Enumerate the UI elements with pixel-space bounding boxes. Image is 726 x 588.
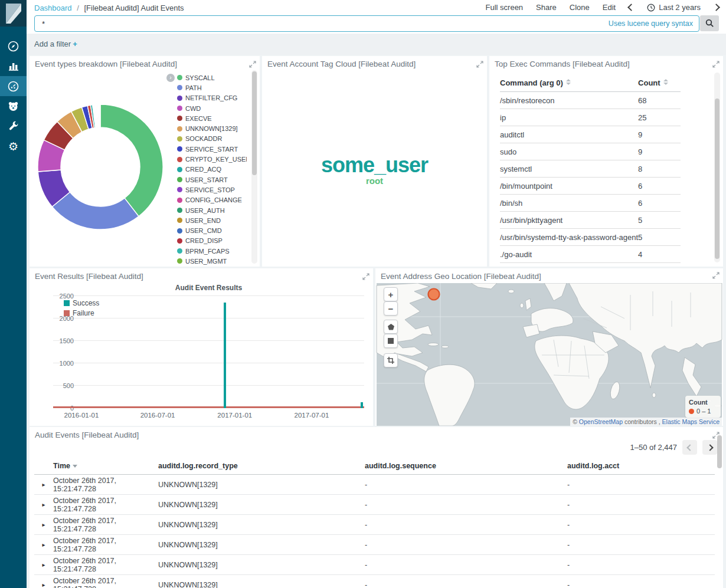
nav-link-clone[interactable]: Clone <box>570 3 590 12</box>
panel-title[interactable]: Top Exec Commands [Filebeat Auditd] <box>495 60 630 68</box>
expand-row-icon[interactable]: ▸ <box>34 582 53 588</box>
breadcrumb-dashboard-link[interactable]: Dashboard <box>34 4 72 12</box>
nav-link-edit[interactable]: Edit <box>603 3 616 12</box>
next-page-button[interactable] <box>702 440 717 455</box>
success-series-bar[interactable] <box>224 303 226 408</box>
legend-item-USER_END[interactable]: USER_END <box>177 215 247 225</box>
lucene-syntax-link[interactable]: Uses lucene query syntax <box>609 19 699 28</box>
legend-item-USER_CMD[interactable]: USER_CMD <box>177 225 247 235</box>
audit-event-results-chart[interactable]: 050010001500200025002016-01-012016-07-01… <box>53 296 364 408</box>
previous-page-button[interactable] <box>682 440 697 455</box>
legend-item-SERVICE_START[interactable]: SERVICE_START <box>177 144 247 154</box>
failure-series-line[interactable] <box>53 406 364 409</box>
exec-table-row[interactable]: /bin/sh6 <box>500 195 681 212</box>
audit-table-row[interactable]: ▸October 26th 2017, 15:21:47.728UNKNOWN[… <box>34 515 715 535</box>
chart-legend-item-Failure[interactable]: Failure <box>64 308 99 318</box>
legend-item-USER_MGMT[interactable]: USER_MGMT <box>177 256 247 265</box>
legend-item-UNKNOWN[1329][interactable]: UNKNOWN[1329] <box>177 123 247 133</box>
audit-table-row[interactable]: ▸October 26th 2017, 15:21:47.728UNKNOWN[… <box>34 555 715 575</box>
expand-row-icon[interactable]: ▸ <box>34 501 53 508</box>
geo-marker[interactable] <box>429 289 440 300</box>
column-header-sequence[interactable]: auditd.log.sequence <box>365 462 567 470</box>
map-zoom-out-button[interactable]: − <box>384 301 398 316</box>
column-header-count[interactable]: Count <box>638 75 681 92</box>
expand-row-icon[interactable]: ▸ <box>34 481 53 488</box>
exec-table-row[interactable]: sudo9 <box>500 143 681 160</box>
sidebar-item-management[interactable]: ⚙ <box>0 136 27 156</box>
exec-table-row[interactable]: /sbin/restorecon68 <box>500 92 681 109</box>
column-header-command[interactable]: Command (arg 0) <box>500 75 638 92</box>
sidebar-item-visualize[interactable] <box>0 56 27 76</box>
donut-slice-SYSCALL[interactable] <box>100 104 163 216</box>
legend-item-EXECVE[interactable]: EXECVE <box>177 113 247 123</box>
add-filter-button[interactable]: Add a filter+ <box>34 40 77 48</box>
map-draw-rectangle-button[interactable] <box>384 334 398 348</box>
legend-item-CWD[interactable]: CWD <box>177 103 247 113</box>
event-types-donut-chart[interactable] <box>34 101 166 233</box>
legend-item-CRED_DISP[interactable]: CRED_DISP <box>177 236 247 246</box>
audit-table-row[interactable]: ▸October 26th 2017, 15:21:47.728UNKNOWN[… <box>34 535 715 555</box>
legend-item-CONFIG_CHANGE[interactable]: CONFIG_CHANGE <box>177 195 247 205</box>
legend-toggle-icon[interactable]: › <box>166 74 175 82</box>
exec-table-row[interactable]: /usr/bin/systemd-tty-ask-password-agent5 <box>500 229 681 246</box>
legend-item-CRED_ACQ[interactable]: CRED_ACQ <box>177 165 247 175</box>
exec-table-row[interactable]: /usr/bin/pkttyagent5 <box>500 212 681 229</box>
expand-panel-icon[interactable] <box>249 61 256 68</box>
elastic-maps-service-link[interactable]: Elastic Maps Service <box>662 418 720 425</box>
legend-item-SOCKADDR[interactable]: SOCKADDR <box>177 134 247 144</box>
expand-panel-icon[interactable] <box>712 272 720 279</box>
expand-row-icon[interactable]: ▸ <box>34 541 53 548</box>
panel-title[interactable]: Audit Events [Filebeat Auditd] <box>35 431 139 439</box>
query-input[interactable] <box>35 19 609 28</box>
exec-table-row[interactable]: /bin/mountpoint6 <box>500 178 681 195</box>
legend-item-SERVICE_STOP[interactable]: SERVICE_STOP <box>177 185 247 195</box>
legend-item-NETFILTER_CFG[interactable]: NETFILTER_CFG <box>177 93 247 103</box>
panel-title[interactable]: Event Address Geo Location [Filebeat Aud… <box>381 272 541 281</box>
column-header-acct[interactable]: auditd.log.acct <box>567 462 715 470</box>
legend-item-SYSCALL[interactable]: SYSCALL <box>177 73 247 83</box>
time-picker[interactable]: Last 2 years <box>647 3 701 12</box>
sidebar-item-timelion[interactable] <box>0 96 27 116</box>
search-button[interactable] <box>700 15 719 31</box>
sidebar-item-dashboard[interactable] <box>0 76 27 96</box>
kibana-logo[interactable] <box>0 0 27 27</box>
legend-item-USER_AUTH[interactable]: USER_AUTH <box>177 205 247 215</box>
time-forward-icon[interactable] <box>712 4 720 11</box>
expand-panel-icon[interactable] <box>476 61 483 68</box>
audit-table-row[interactable]: ▸October 26th 2017, 15:21:47.728UNKNOWN[… <box>34 575 715 588</box>
sidebar-item-dev-tools[interactable] <box>0 116 27 136</box>
audit-table-row[interactable]: ▸October 26th 2017, 15:21:47.728UNKNOWN[… <box>34 495 715 515</box>
sidebar-item-discover[interactable] <box>0 36 27 56</box>
panel-title[interactable]: Event Account Tag Cloud [Filebeat Auditd… <box>267 60 416 68</box>
nav-link-share[interactable]: Share <box>536 3 557 12</box>
time-back-icon[interactable] <box>627 4 635 11</box>
exec-table-row[interactable]: auditctl9 <box>500 126 681 143</box>
openstreetmap-link[interactable]: OpenStreetMap <box>579 418 623 425</box>
tag-cloud-term[interactable]: some_user <box>262 153 487 178</box>
audit-table-row[interactable]: ▸October 26th 2017, 15:21:47.728UNKNOWN[… <box>34 475 715 495</box>
expand-row-icon[interactable]: ▸ <box>34 521 53 528</box>
legend-item-PATH[interactable]: PATH <box>177 83 247 93</box>
panel-title[interactable]: Event Results [Filebeat Auditd] <box>35 272 143 281</box>
exec-scrollbar-thumb[interactable] <box>715 98 720 259</box>
donut-slice-CRYPTO_SESSION[interactable] <box>100 104 100 127</box>
panel-title[interactable]: Event types breakdown [Filebeat Auditd] <box>35 60 177 68</box>
geo-map[interactable]: + − Count 0 – 1 © OpenStreetMap contribu… <box>375 283 723 426</box>
column-header-time[interactable]: Time <box>53 462 158 470</box>
tag-cloud-term[interactable]: root <box>262 176 487 186</box>
expand-panel-icon[interactable] <box>712 61 720 68</box>
exec-table-row[interactable]: ip25 <box>500 109 681 126</box>
chart-legend-item-Success[interactable]: Success <box>64 298 99 308</box>
exec-table-row[interactable]: ./go-audit4 <box>500 246 681 263</box>
exec-table-row[interactable]: systemctl8 <box>500 160 681 178</box>
nav-link-full-screen[interactable]: Full screen <box>486 3 524 12</box>
legend-item-CRYPTO_KEY_USER[interactable]: CRYPTO_KEY_USER <box>177 154 247 164</box>
legend-scrollbar-thumb[interactable] <box>252 71 257 175</box>
column-header-record-type[interactable]: auditd.log.record_type <box>158 462 365 470</box>
map-fit-bounds-button[interactable] <box>384 353 398 367</box>
audit-scrollbar-thumb[interactable] <box>717 435 722 468</box>
legend-item-BPRM_FCAPS[interactable]: BPRM_FCAPS <box>177 246 247 256</box>
success-series-bar[interactable] <box>361 402 363 408</box>
expand-panel-icon[interactable] <box>362 273 369 280</box>
expand-row-icon[interactable]: ▸ <box>34 561 53 568</box>
